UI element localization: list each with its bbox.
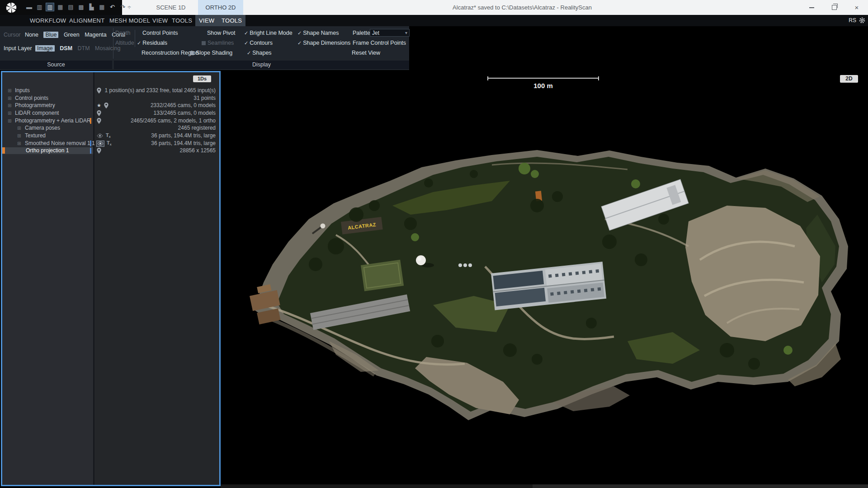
toggle-shape-names[interactable]: Shape Names xyxy=(297,30,339,36)
menu-context-tools[interactable]: TOOLS xyxy=(218,15,245,26)
quick-access-toolbar xyxy=(25,3,127,11)
toggle-control-points[interactable]: Control Points xyxy=(142,30,178,36)
value-row: 36 parts, 194.4M tris, large xyxy=(94,132,216,139)
layout-columns-icon[interactable] xyxy=(36,3,43,11)
toggle-show-pivot[interactable]: Show Pivot xyxy=(207,30,236,36)
cursor-label: Cursor xyxy=(4,32,21,38)
expand-icon[interactable] xyxy=(8,95,11,102)
value-row: 1 position(s) and 2332 free, total 2465 … xyxy=(94,87,216,94)
expand-icon[interactable] xyxy=(8,102,11,109)
ribbon-pin-icon[interactable] xyxy=(127,4,131,11)
recreation-yard xyxy=(361,260,404,291)
toggle-slope-shading[interactable]: Slope Shading xyxy=(190,50,232,56)
toggle-bright-line-mode[interactable]: Bright Line Mode xyxy=(244,30,292,36)
ortho-island-image: ALCATRAZ xyxy=(221,70,868,484)
eye-visibility-active-icon[interactable] xyxy=(97,141,104,146)
tree-item-lidar-component[interactable]: LiDAR component xyxy=(2,110,93,117)
value-row: 2465/2465 cams, 2 models, 1 ortho xyxy=(94,117,216,124)
toggle-seamlines[interactable]: Seamlines xyxy=(202,40,234,46)
value-row: 28856 x 12565 xyxy=(94,147,216,154)
layout-grid-icon[interactable] xyxy=(57,3,64,11)
layout-split-icon[interactable] xyxy=(46,3,54,11)
layout-mosaic-icon[interactable] xyxy=(98,3,106,11)
palette-dropdown[interactable]: Jet xyxy=(370,29,410,37)
input-layer-label: Input Layer xyxy=(4,45,32,52)
lighthouse xyxy=(321,224,326,229)
tree-item-inputs[interactable]: Inputs xyxy=(2,87,93,94)
ortho-2d-viewport[interactable]: ALCATRAZ xyxy=(221,70,868,484)
expand-icon[interactable] xyxy=(17,132,21,139)
cursor-option-row: Cursor None Blue Green Magenta Coral xyxy=(4,32,129,38)
menubar: WORKFLOW ALIGNMENT MESH MODEL VIEW TOOLS… xyxy=(0,15,868,26)
cursor-option-green[interactable]: Green xyxy=(64,32,80,38)
menu-workflow[interactable]: WORKFLOW xyxy=(30,15,66,26)
menu-tools[interactable]: TOOLS xyxy=(172,15,192,26)
tab-ortho-2d[interactable]: ORTHO 2D xyxy=(198,0,243,15)
scrollbar-thumb[interactable] xyxy=(533,484,868,488)
cursor-option-none[interactable]: None xyxy=(25,32,38,38)
titlebar: SCENE 1D ORTHO 2D Alcatraz* saved to C:\… xyxy=(0,0,868,15)
close-icon: × xyxy=(855,4,859,11)
input-layer-option-image-selected[interactable]: Image xyxy=(35,45,55,52)
tab-scene-1d[interactable]: SCENE 1D xyxy=(144,0,198,15)
layout-mixed-icon[interactable] xyxy=(88,3,95,11)
window-controls: × xyxy=(800,0,868,15)
toggle-shapes[interactable]: Shapes xyxy=(247,50,272,56)
scale-bar xyxy=(487,76,599,80)
menu-view[interactable]: VIEW xyxy=(152,15,168,26)
minimize-button[interactable] xyxy=(800,0,823,15)
toggle-contours[interactable]: Contours xyxy=(244,40,273,46)
toggle-residuals[interactable]: Residuals xyxy=(137,40,167,46)
toggle-depth[interactable]: Depth xyxy=(115,30,130,36)
tree-item-photogrammetry[interactable]: Photogrammetry xyxy=(2,102,93,109)
scale-bar-label: 100 m xyxy=(487,82,599,89)
value-row: 2465 registered xyxy=(94,125,216,131)
horizontal-scrollbar[interactable] xyxy=(221,484,868,488)
input-layer-option-row: Input Layer Image DSM DTM Mosaicing xyxy=(4,45,124,52)
reset-view-button[interactable]: Reset View xyxy=(352,50,380,56)
layout-rows-icon[interactable] xyxy=(67,3,75,11)
star-icon: ★ xyxy=(97,102,101,109)
source-panel: 1Ds Inputs Control points Photogrammetry… xyxy=(1,71,221,486)
input-layer-option-mosaicing[interactable]: Mosaicing xyxy=(95,45,120,52)
restore-button[interactable] xyxy=(823,0,845,15)
tree-item-photogrammetry-aeria-lidar[interactable]: Photogrammetry + Aeria LiDAR xyxy=(2,117,93,124)
tree-item-textured[interactable]: Textured xyxy=(2,132,93,139)
viewport-mode-badge: 2D xyxy=(840,75,858,83)
toggle-altitude[interactable]: Altitude xyxy=(115,40,134,46)
layer-marker-blue xyxy=(90,141,91,146)
menu-context-view[interactable]: VIEW xyxy=(195,15,218,26)
expand-icon[interactable] xyxy=(8,110,11,117)
expand-icon[interactable] xyxy=(17,140,21,147)
tree-item-ortho-projection-selected[interactable]: Ortho projection 1 xyxy=(2,147,93,154)
settings-gear-icon[interactable] xyxy=(859,17,865,25)
input-layer-option-dsm[interactable]: DSM xyxy=(60,45,72,52)
minimize-icon xyxy=(809,7,814,8)
layout-quad-icon[interactable] xyxy=(77,3,85,11)
menu-alignment[interactable]: ALIGNMENT xyxy=(69,15,105,26)
tree-item-smoothed-noise-removal[interactable]: Smoothed Noise removal 1 1 xyxy=(2,140,93,147)
undo-icon[interactable] xyxy=(108,3,116,11)
cursor-option-blue-selected[interactable]: Blue xyxy=(43,32,58,38)
redo-icon[interactable] xyxy=(119,3,127,11)
close-button[interactable]: × xyxy=(845,0,868,15)
input-layer-option-dtm[interactable]: DTM xyxy=(78,45,90,52)
layout-single-icon[interactable] xyxy=(25,3,33,11)
expand-icon[interactable] xyxy=(8,87,11,94)
window-title: Alcatraz* saved to C:\Datasets\Alcatraz … xyxy=(253,0,791,15)
expand-icon[interactable] xyxy=(8,117,11,124)
tree-item-control-points[interactable]: Control points xyxy=(2,95,93,102)
pin-icon xyxy=(104,103,108,108)
pin-icon xyxy=(97,118,101,124)
water-tower xyxy=(416,255,426,265)
value-row: 31 points xyxy=(94,95,216,102)
cursor-option-magenta[interactable]: Magenta xyxy=(85,32,107,38)
tree-item-camera-poses[interactable]: Camera poses xyxy=(2,125,93,131)
expand-icon[interactable] xyxy=(17,125,21,131)
frame-control-points-button[interactable]: Frame Control Points xyxy=(353,40,406,46)
menu-mesh-model[interactable]: MESH MODEL xyxy=(109,15,150,26)
realityscan-app: SCENE 1D ORTHO 2D Alcatraz* saved to C:\… xyxy=(0,0,868,488)
app-logo-icon[interactable] xyxy=(4,1,19,14)
eye-visibility-icon[interactable] xyxy=(97,134,103,138)
toggle-shape-dimensions[interactable]: Shape Dimensions xyxy=(297,40,350,46)
